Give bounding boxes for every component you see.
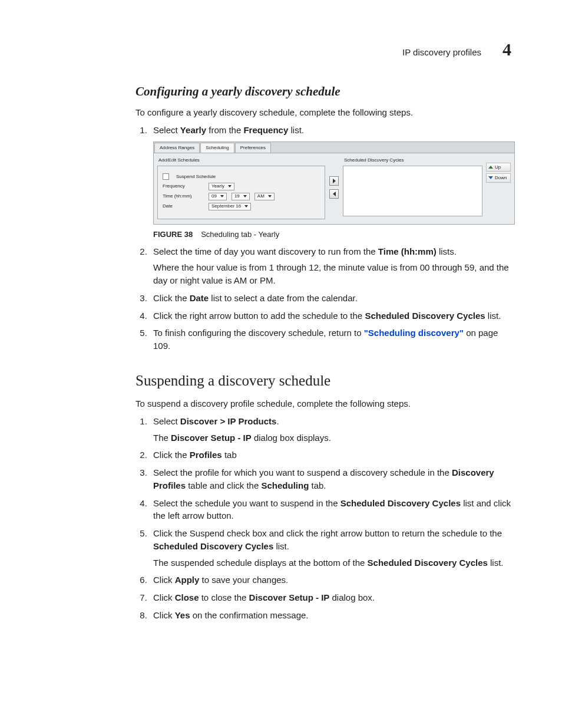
time-ampm: AM [257, 193, 265, 200]
step-4: Click the right arrow button to add the … [150, 309, 513, 322]
screenshot-mock: Address Ranges Scheduling Preferences Ad… [153, 141, 515, 225]
text-bold: Close [175, 592, 199, 602]
header-section: IP discovery profiles [402, 46, 481, 59]
intro-text-2: To suspend a discovery profile schedule,… [135, 397, 513, 410]
text: Click [153, 592, 175, 602]
text: tab [222, 450, 237, 460]
step-2: Select the time of day you want discover… [150, 245, 513, 287]
suspend-checkbox[interactable] [163, 173, 169, 180]
text: to save your changes. [199, 575, 288, 585]
text: Select the schedule you want to suspend … [153, 498, 340, 508]
time-hh: 09 [211, 193, 217, 200]
time-ampm-dropdown[interactable]: AM [254, 193, 275, 200]
remove-left-button[interactable] [329, 189, 339, 199]
text: Click [153, 575, 175, 585]
step-1: Select Yearly from the Frequency list. A… [150, 124, 513, 240]
text-bold: Time (hh:mm) [378, 246, 437, 256]
tab-scheduling[interactable]: Scheduling [200, 143, 234, 153]
text-bold: Apply [175, 575, 200, 585]
frequency-dropdown[interactable]: Yearly [209, 183, 234, 190]
text: Click [153, 610, 175, 620]
s2-step-7: Click Close to close the Discover Setup … [150, 591, 513, 604]
date-row: Date September 16 [163, 203, 320, 210]
updown-buttons: Up Down [486, 163, 511, 219]
suspend-row: Suspend Schedule [163, 173, 320, 180]
s2-step-6: Click Apply to save your changes. [150, 574, 513, 587]
text: list. [485, 311, 501, 321]
down-button[interactable]: Down [486, 173, 511, 183]
text: from the [206, 125, 243, 135]
text: dialog box. [329, 592, 375, 602]
date-dropdown[interactable]: September 16 [209, 203, 251, 210]
text: Click the [153, 450, 190, 460]
tab-preferences[interactable]: Preferences [235, 143, 271, 153]
text: dialog box displays. [252, 433, 331, 443]
running-header: IP discovery profiles 4 [402, 37, 511, 62]
text: Click the right arrow button to add the … [153, 311, 365, 321]
mock-body: Add/Edit Schedules Suspend Schedule Freq… [154, 153, 514, 224]
time-row: Time (hh:mm) 09 19 AM [163, 193, 320, 200]
s2-step-5-note: The suspended schedule displays at the b… [153, 556, 513, 569]
text-bold: Scheduled Discovery Cycles [368, 558, 488, 568]
time-mm-dropdown[interactable]: 19 [232, 193, 250, 200]
text: The [153, 433, 171, 443]
text: list. [273, 541, 289, 551]
chevron-down-icon [220, 195, 224, 197]
mid-buttons [329, 156, 339, 219]
header-chapter: 4 [503, 37, 511, 62]
s2-step-2: Click the Profiles tab [150, 449, 513, 462]
text: Select the profile for which you want to… [153, 467, 452, 477]
intro-text: To configure a yearly discovery schedule… [135, 106, 513, 119]
suspend-label: Suspend Schedule [176, 173, 216, 180]
time-mm: 19 [234, 193, 240, 200]
s2-step-4: Select the schedule you want to suspend … [150, 497, 513, 523]
text: Select [153, 125, 180, 135]
text-bold: Discover Setup - IP [171, 433, 252, 443]
s2-step-5: Click the Suspend check box and click th… [150, 527, 513, 569]
left-pane-label: Add/Edit Schedules [158, 157, 325, 164]
chevron-down-icon [228, 185, 232, 187]
steps-list-1: Select Yearly from the Frequency list. A… [135, 124, 513, 353]
text-bold: Scheduled Discovery Cycles [153, 541, 273, 551]
text: list. [288, 125, 304, 135]
s2-step-1: Select Discover > IP Products. The Disco… [150, 415, 513, 444]
up-label: Up [495, 164, 501, 171]
time-label: Time (hh:mm) [163, 193, 204, 200]
chevron-down-icon [244, 205, 248, 207]
figure-caption: FIGURE 38Scheduling tab - Yearly [153, 229, 513, 241]
steps-list-2: Select Discover > IP Products. The Disco… [135, 415, 513, 622]
text-bold: Yes [175, 610, 190, 620]
add-right-button[interactable] [329, 176, 339, 186]
tab-address-ranges[interactable]: Address Ranges [154, 143, 200, 153]
cycles-pane: Scheduled Discovery Cycles [343, 156, 482, 219]
step-3: Click the Date list to select a date fro… [150, 292, 513, 305]
link-scheduling-discovery[interactable]: "Scheduling discovery" [364, 328, 464, 338]
arrow-up-icon [488, 166, 493, 169]
text-bold: Scheduled Discovery Cycles [340, 498, 461, 508]
text: Click the Suspend check box and click th… [153, 528, 502, 538]
content: Configuring a yearly discovery schedule … [135, 83, 513, 622]
page: IP discovery profiles 4 Configuring a ye… [0, 0, 562, 728]
text: . [276, 416, 279, 426]
text: The suspended schedule displays at the b… [153, 558, 368, 568]
step-2-note: Where the hour value is from 1 through 1… [153, 261, 513, 287]
s2-step-1-note: The Discover Setup - IP dialog box displ… [153, 431, 513, 444]
right-pane: Scheduled Discovery Cycles Up Down [343, 156, 511, 219]
text-bold: Discover Setup - IP [249, 592, 330, 602]
chevron-down-icon [268, 195, 272, 197]
text: table and click the [186, 480, 261, 490]
time-hh-dropdown[interactable]: 09 [209, 193, 227, 200]
text-bold: Date [190, 293, 209, 303]
text: list. [488, 558, 504, 568]
cycles-listbox[interactable] [343, 166, 482, 216]
frequency-value: Yearly [211, 183, 224, 190]
heading-configuring-yearly: Configuring a yearly discovery schedule [135, 83, 513, 100]
up-button[interactable]: Up [486, 163, 511, 172]
date-value: September 16 [211, 203, 241, 210]
schedule-box: Suspend Schedule Frequency Yearly Time (… [157, 166, 325, 219]
cycles-label: Scheduled Discovery Cycles [344, 157, 482, 164]
text-bold: Profiles [190, 450, 222, 460]
arrow-down-icon [488, 176, 493, 179]
text-bold: Discover > IP Products [180, 416, 277, 426]
arrow-left-icon [333, 192, 336, 196]
